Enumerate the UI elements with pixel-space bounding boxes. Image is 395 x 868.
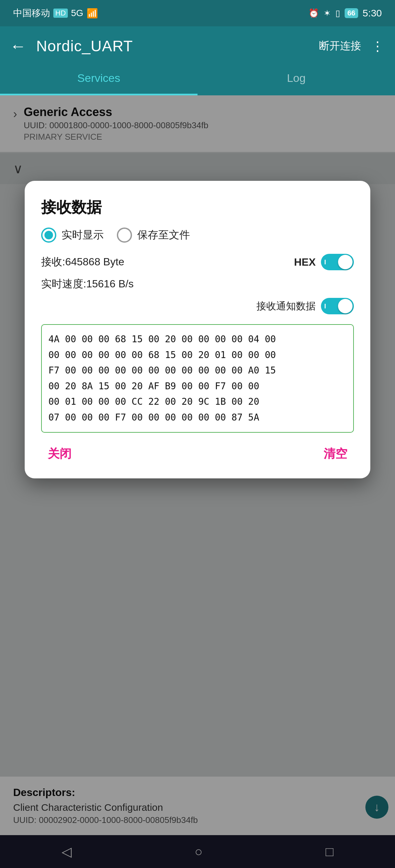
vibrate-icon: ▯ <box>335 8 340 19</box>
app-bar: ← Nordic_UART 断开连接 ⋮ <box>0 26 395 66</box>
alarm-icon: ⏰ <box>308 8 319 19</box>
receive-info-row: 接收:645868 Byte HEX I <box>41 254 354 270</box>
tab-services[interactable]: Services <box>0 66 198 95</box>
radio-realtime-label: 实时显示 <box>61 228 104 242</box>
signal-bars: 📶 <box>87 8 98 19</box>
close-button[interactable]: 关闭 <box>41 442 78 465</box>
bg-content: › Generic Access UUID: 00001800-0000-100… <box>0 95 395 868</box>
notify-label: 接收通知数据 <box>256 300 316 313</box>
radio-realtime-circle[interactable] <box>41 227 56 243</box>
time-display: 5:30 <box>363 7 382 19</box>
hex-label: HEX <box>294 256 316 268</box>
page-title: Nordic_UART <box>36 37 319 55</box>
clear-button[interactable]: 清空 <box>317 442 354 465</box>
status-right: ⏰ ✶ ▯ 66 5:30 <box>308 7 382 19</box>
hex-toggle-knob <box>338 255 352 269</box>
dialog-title: 接收数据 <box>41 197 354 218</box>
radio-save-circle[interactable] <box>117 227 132 243</box>
dialog-overlay: 接收数据 实时显示 保存至文件 接收:645868 Byte HEX <box>0 95 395 868</box>
hex-data-content: 4A 00 00 00 68 15 00 20 00 00 00 00 04 0… <box>48 332 347 426</box>
notify-row: 接收通知数据 I <box>41 298 354 314</box>
tab-log[interactable]: Log <box>198 66 395 95</box>
tabs-bar: Services Log <box>0 66 395 95</box>
notify-toggle-text: I <box>324 303 326 310</box>
status-bar: 中国移动 HD 5G 📶 ⏰ ✶ ▯ 66 5:30 <box>0 0 395 26</box>
radio-save[interactable]: 保存至文件 <box>117 227 190 243</box>
status-left: 中国移动 HD 5G 📶 <box>13 7 98 20</box>
hd-badge: HD <box>53 8 68 18</box>
dialog-actions: 关闭 清空 <box>41 442 354 465</box>
menu-button[interactable]: ⋮ <box>371 38 385 54</box>
hex-toggle-text: I <box>324 258 326 266</box>
signal-text: 5G <box>71 8 83 19</box>
radio-save-label: 保存至文件 <box>137 228 190 242</box>
bluetooth-icon: ✶ <box>323 8 331 19</box>
speed-row: 实时速度:15616 B/s <box>41 277 354 291</box>
receive-data-dialog: 接收数据 实时显示 保存至文件 接收:645868 Byte HEX <box>25 181 370 478</box>
hex-toggle[interactable]: I <box>321 254 354 270</box>
receive-bytes: 接收:645868 Byte <box>41 255 124 269</box>
notify-toggle-knob <box>338 299 352 313</box>
notify-toggle[interactable]: I <box>321 298 354 314</box>
carrier-text: 中国移动 <box>13 7 50 20</box>
disconnect-button[interactable]: 断开连接 <box>319 39 361 53</box>
radio-realtime[interactable]: 实时显示 <box>41 227 104 243</box>
back-button[interactable]: ← <box>10 36 26 56</box>
battery-indicator: 66 <box>345 8 358 18</box>
hex-data-box: 4A 00 00 00 68 15 00 20 00 00 00 00 04 0… <box>41 324 354 433</box>
radio-group: 实时显示 保存至文件 <box>41 227 354 243</box>
hex-toggle-group: HEX I <box>294 254 354 270</box>
